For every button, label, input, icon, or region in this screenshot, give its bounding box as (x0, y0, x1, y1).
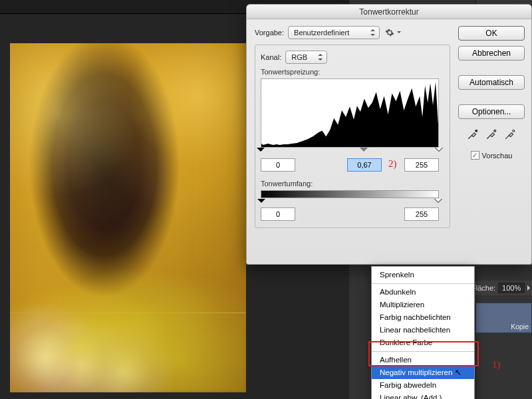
gray-point-input[interactable] (347, 158, 382, 172)
histogram[interactable] (261, 78, 439, 148)
output-white-input[interactable] (404, 207, 439, 221)
output-black-slider[interactable] (257, 199, 265, 207)
blend-item[interactable]: Linear abw. (Add.) (372, 392, 474, 399)
annotation-step1: 1) (492, 359, 501, 370)
chevron-right-icon[interactable] (527, 285, 532, 291)
checkbox-icon[interactable]: ✓ (471, 151, 479, 160)
eyedropper-gray-icon[interactable] (485, 128, 497, 140)
preset-label: Vorgabe: (255, 29, 284, 37)
menu-separator (372, 283, 474, 284)
blend-item[interactable]: Sprenkeln (372, 269, 474, 281)
blend-item[interactable]: Multiplizieren (372, 299, 474, 311)
options-button[interactable]: Optionen... (458, 104, 525, 119)
document-preview[interactable] (10, 43, 246, 392)
foliage-bokeh (10, 235, 246, 392)
dialog-title: Tonwertkorrektur (247, 5, 531, 19)
cancel-button[interactable]: Abbrechen (458, 46, 525, 61)
fill-label: Fläche: (471, 284, 495, 292)
gear-icon[interactable] (384, 27, 396, 39)
blend-item[interactable]: Farbig nachbelichten (372, 311, 474, 324)
svg-point-0 (475, 130, 477, 132)
eyedropper-black-icon[interactable] (467, 128, 479, 140)
fill-opacity-row[interactable]: Fläche: 100% (469, 281, 532, 295)
svg-point-2 (513, 130, 515, 132)
input-slider-track[interactable] (261, 148, 439, 157)
auto-button[interactable]: Automatisch (458, 75, 525, 90)
output-black-input[interactable] (261, 207, 295, 221)
annotation-box-1 (368, 341, 479, 366)
annotation-step2: 2) (388, 158, 397, 170)
layer-thumbnail[interactable]: Kopie (475, 303, 532, 333)
blend-item[interactable]: Abdunkeln (372, 286, 474, 299)
layer-name: Kopie (511, 323, 529, 331)
fill-value[interactable]: 100% (498, 283, 525, 293)
gray-point-slider[interactable] (360, 148, 368, 156)
eyedropper-group (467, 128, 516, 140)
preview-label: Vorschau (482, 152, 513, 160)
preset-select[interactable]: Benutzerdefiniert (288, 26, 380, 39)
white-point-input[interactable] (404, 158, 439, 172)
black-point-slider[interactable] (257, 148, 265, 156)
svg-point-1 (494, 130, 496, 132)
channel-select[interactable]: RGB (285, 51, 327, 64)
blend-item[interactable]: Linear nachbelichten (372, 324, 474, 336)
channel-label: Kanal: (261, 53, 281, 61)
black-point-input[interactable] (261, 158, 295, 172)
output-white-slider[interactable] (434, 199, 442, 207)
blend-item[interactable]: Farbig abwedeln (372, 379, 474, 392)
blend-item-highlighted[interactable]: Negativ multiplizieren (372, 366, 474, 379)
blend-mode-menu[interactable]: Sprenkeln Abdunkeln Multiplizieren Farbi… (371, 266, 475, 399)
input-levels-label: Tonwertspreizung: (261, 68, 444, 76)
output-levels-label: Tonwertumfang: (261, 180, 444, 188)
levels-fieldset: Kanal: RGB Tonwertspreizung: (255, 45, 450, 228)
eyedropper-white-icon[interactable] (504, 128, 516, 140)
white-point-slider[interactable] (435, 148, 443, 156)
levels-dialog: Tonwertkorrektur Vorgabe: Benutzerdefini… (246, 4, 532, 265)
preview-checkbox-row[interactable]: ✓ Vorschau (471, 151, 513, 160)
output-gradient[interactable] (261, 190, 439, 198)
ok-button[interactable]: OK (458, 26, 525, 41)
